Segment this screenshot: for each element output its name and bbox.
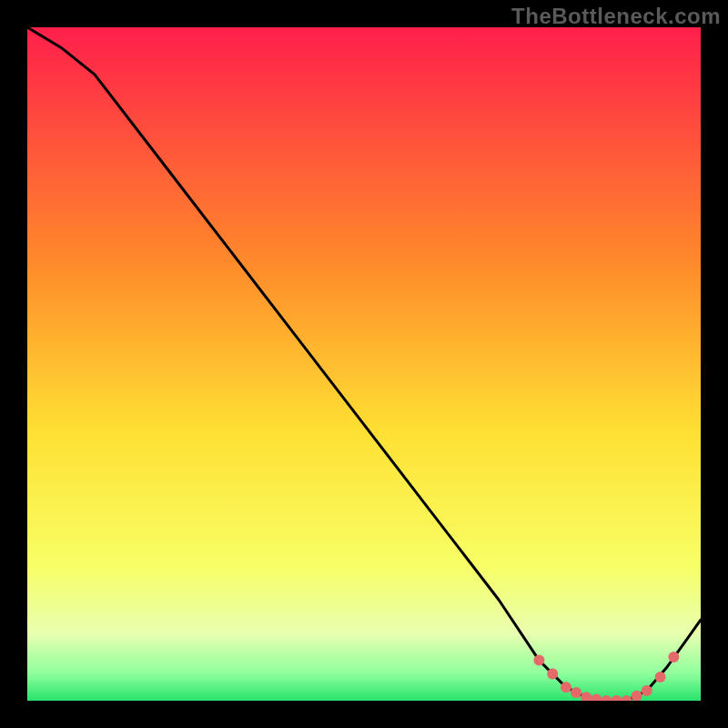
watermark-text: TheBottleneck.com bbox=[511, 4, 721, 29]
curve-marker bbox=[547, 668, 558, 679]
curve-marker bbox=[655, 672, 666, 682]
chart-frame: TheBottleneck.com bbox=[0, 0, 728, 728]
curve-marker bbox=[668, 652, 679, 662]
curve-marker bbox=[642, 685, 652, 696]
bottleneck-chart bbox=[27, 27, 701, 701]
plot-area bbox=[27, 27, 701, 701]
curve-marker bbox=[561, 682, 571, 693]
curve-marker bbox=[533, 655, 544, 666]
gradient-background bbox=[27, 27, 701, 701]
curve-marker bbox=[571, 687, 581, 698]
